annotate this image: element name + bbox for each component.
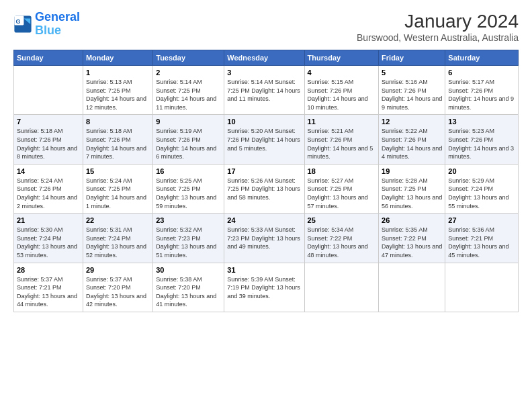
day-number: 20: [448, 167, 515, 175]
calendar-cell: 17Sunrise: 5:26 AM Sunset: 7:25 PM Dayli…: [224, 164, 304, 213]
calendar-cell: 20Sunrise: 5:29 AM Sunset: 7:24 PM Dayli…: [445, 164, 519, 213]
calendar-cell: 21Sunrise: 5:30 AM Sunset: 7:24 PM Dayli…: [14, 214, 83, 263]
day-number: 2: [156, 68, 221, 77]
day-number: 26: [382, 216, 442, 224]
day-info: Sunrise: 5:21 AM Sunset: 7:26 PM Dayligh…: [308, 127, 375, 161]
day-number: 24: [227, 216, 301, 224]
calendar-cell: [445, 263, 519, 312]
calendar-cell: 1Sunrise: 5:13 AM Sunset: 7:25 PM Daylig…: [83, 66, 152, 115]
day-info: Sunrise: 5:19 AM Sunset: 7:26 PM Dayligh…: [156, 127, 221, 161]
calendar-cell: 18Sunrise: 5:27 AM Sunset: 7:25 PM Dayli…: [304, 164, 378, 213]
day-number: 21: [17, 216, 80, 224]
calendar-body: 1Sunrise: 5:13 AM Sunset: 7:25 PM Daylig…: [14, 66, 519, 312]
day-info: Sunrise: 5:39 AM Sunset: 7:19 PM Dayligh…: [227, 275, 301, 301]
day-info: Sunrise: 5:24 AM Sunset: 7:26 PM Dayligh…: [17, 177, 80, 210]
calendar-cell: 25Sunrise: 5:34 AM Sunset: 7:22 PM Dayli…: [304, 214, 378, 263]
day-info: Sunrise: 5:24 AM Sunset: 7:25 PM Dayligh…: [86, 177, 150, 210]
calendar-table: SundayMondayTuesdayWednesdayThursdayFrid…: [13, 50, 519, 312]
week-row-1: 1Sunrise: 5:13 AM Sunset: 7:25 PM Daylig…: [14, 66, 519, 115]
day-number: 4: [308, 68, 375, 77]
day-info: Sunrise: 5:37 AM Sunset: 7:20 PM Dayligh…: [86, 275, 150, 309]
day-info: Sunrise: 5:34 AM Sunset: 7:22 PM Dayligh…: [308, 226, 375, 259]
day-number: 1: [86, 68, 150, 77]
day-info: Sunrise: 5:28 AM Sunset: 7:25 PM Dayligh…: [382, 177, 442, 210]
day-number: 22: [86, 216, 150, 224]
logo-icon: G: [13, 15, 32, 34]
calendar-cell: 2Sunrise: 5:14 AM Sunset: 7:25 PM Daylig…: [153, 66, 224, 115]
day-info: Sunrise: 5:22 AM Sunset: 7:26 PM Dayligh…: [382, 127, 442, 161]
calendar-cell: 14Sunrise: 5:24 AM Sunset: 7:26 PM Dayli…: [14, 164, 83, 213]
svg-text:G: G: [16, 17, 21, 24]
day-number: 10: [227, 118, 301, 126]
main-title: January 2024: [357, 11, 519, 32]
day-number: 14: [17, 167, 80, 175]
day-info: Sunrise: 5:29 AM Sunset: 7:24 PM Dayligh…: [448, 177, 515, 210]
day-number: 31: [227, 266, 301, 274]
calendar-cell: [14, 66, 83, 115]
calendar-cell: 10Sunrise: 5:20 AM Sunset: 7:26 PM Dayli…: [224, 115, 304, 164]
calendar-cell: 8Sunrise: 5:18 AM Sunset: 7:26 PM Daylig…: [83, 115, 152, 164]
calendar-cell: 22Sunrise: 5:31 AM Sunset: 7:24 PM Dayli…: [83, 214, 152, 263]
day-number: 8: [86, 118, 150, 126]
day-number: 7: [17, 118, 80, 126]
day-number: 27: [448, 216, 515, 224]
day-info: Sunrise: 5:14 AM Sunset: 7:25 PM Dayligh…: [227, 78, 301, 103]
day-info: Sunrise: 5:31 AM Sunset: 7:24 PM Dayligh…: [86, 226, 150, 259]
calendar-cell: 4Sunrise: 5:15 AM Sunset: 7:26 PM Daylig…: [304, 66, 378, 115]
calendar-cell: 29Sunrise: 5:37 AM Sunset: 7:20 PM Dayli…: [83, 263, 152, 312]
day-number: 13: [448, 118, 515, 126]
day-number: 6: [448, 68, 515, 77]
day-info: Sunrise: 5:36 AM Sunset: 7:21 PM Dayligh…: [448, 226, 515, 259]
day-number: 12: [382, 118, 442, 126]
day-info: Sunrise: 5:30 AM Sunset: 7:24 PM Dayligh…: [17, 226, 80, 259]
header-row: SundayMondayTuesdayWednesdayThursdayFrid…: [14, 50, 519, 66]
day-number: 11: [308, 118, 375, 126]
day-info: Sunrise: 5:32 AM Sunset: 7:23 PM Dayligh…: [156, 226, 221, 259]
calendar-cell: 9Sunrise: 5:19 AM Sunset: 7:26 PM Daylig…: [153, 115, 224, 164]
header-day-thursday: Thursday: [304, 50, 378, 66]
logo-line2: Blue: [35, 24, 61, 37]
day-info: Sunrise: 5:33 AM Sunset: 7:23 PM Dayligh…: [227, 226, 301, 251]
day-number: 28: [17, 266, 80, 274]
day-info: Sunrise: 5:13 AM Sunset: 7:25 PM Dayligh…: [86, 78, 150, 111]
week-row-3: 14Sunrise: 5:24 AM Sunset: 7:26 PM Dayli…: [14, 164, 519, 213]
day-info: Sunrise: 5:23 AM Sunset: 7:26 PM Dayligh…: [448, 127, 515, 161]
calendar-cell: 26Sunrise: 5:35 AM Sunset: 7:22 PM Dayli…: [379, 214, 445, 263]
title-block: January 2024 Burswood, Western Australia…: [357, 11, 519, 43]
calendar-cell: 11Sunrise: 5:21 AM Sunset: 7:26 PM Dayli…: [304, 115, 378, 164]
calendar-cell: [379, 263, 445, 312]
calendar-cell: 27Sunrise: 5:36 AM Sunset: 7:21 PM Dayli…: [445, 214, 519, 263]
day-info: Sunrise: 5:18 AM Sunset: 7:26 PM Dayligh…: [86, 127, 150, 161]
day-number: 29: [86, 266, 150, 274]
calendar-cell: 19Sunrise: 5:28 AM Sunset: 7:25 PM Dayli…: [379, 164, 445, 213]
calendar-cell: 5Sunrise: 5:16 AM Sunset: 7:26 PM Daylig…: [379, 66, 445, 115]
calendar-cell: 24Sunrise: 5:33 AM Sunset: 7:23 PM Dayli…: [224, 214, 304, 263]
calendar-cell: 3Sunrise: 5:14 AM Sunset: 7:25 PM Daylig…: [224, 66, 304, 115]
logo-text: General Blue: [35, 11, 80, 38]
header-day-saturday: Saturday: [445, 50, 519, 66]
day-number: 25: [308, 216, 375, 224]
day-info: Sunrise: 5:14 AM Sunset: 7:25 PM Dayligh…: [156, 78, 221, 111]
week-row-5: 28Sunrise: 5:37 AM Sunset: 7:21 PM Dayli…: [14, 263, 519, 312]
calendar-cell: 13Sunrise: 5:23 AM Sunset: 7:26 PM Dayli…: [445, 115, 519, 164]
day-info: Sunrise: 5:16 AM Sunset: 7:26 PM Dayligh…: [382, 78, 442, 111]
day-number: 30: [156, 266, 221, 274]
day-number: 3: [227, 68, 301, 77]
header-day-tuesday: Tuesday: [153, 50, 224, 66]
day-info: Sunrise: 5:25 AM Sunset: 7:25 PM Dayligh…: [156, 177, 221, 210]
day-number: 16: [156, 167, 221, 175]
week-row-2: 7Sunrise: 5:18 AM Sunset: 7:26 PM Daylig…: [14, 115, 519, 164]
day-info: Sunrise: 5:38 AM Sunset: 7:20 PM Dayligh…: [156, 275, 221, 309]
day-info: Sunrise: 5:37 AM Sunset: 7:21 PM Dayligh…: [17, 275, 80, 309]
logo: G General Blue: [13, 11, 80, 38]
calendar-cell: 7Sunrise: 5:18 AM Sunset: 7:26 PM Daylig…: [14, 115, 83, 164]
day-number: 9: [156, 118, 221, 126]
day-number: 5: [382, 68, 442, 77]
calendar-cell: 16Sunrise: 5:25 AM Sunset: 7:25 PM Dayli…: [153, 164, 224, 213]
header-day-friday: Friday: [379, 50, 445, 66]
calendar-cell: 12Sunrise: 5:22 AM Sunset: 7:26 PM Dayli…: [379, 115, 445, 164]
calendar-cell: 23Sunrise: 5:32 AM Sunset: 7:23 PM Dayli…: [153, 214, 224, 263]
day-number: 17: [227, 167, 301, 175]
header: G General Blue January 2024 Burswood, We…: [13, 11, 519, 43]
day-info: Sunrise: 5:15 AM Sunset: 7:26 PM Dayligh…: [308, 78, 375, 111]
